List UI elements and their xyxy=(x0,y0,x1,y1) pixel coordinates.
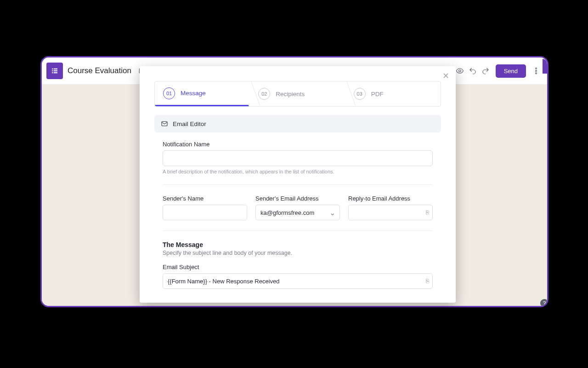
svg-rect-4 xyxy=(52,72,53,73)
more-icon[interactable] xyxy=(530,64,543,77)
step-message[interactable]: 01 Message xyxy=(155,81,250,106)
redo-icon[interactable] xyxy=(479,64,492,77)
wizard-steps: 01 Message 02 Recipients 03 PDF xyxy=(154,81,441,107)
sender-email-label: Sender's Email Address xyxy=(255,195,340,202)
svg-rect-5 xyxy=(54,72,57,73)
undo-icon[interactable] xyxy=(466,64,479,77)
sender-name-input[interactable] xyxy=(163,205,247,220)
step-pdf[interactable]: 03 PDF xyxy=(345,81,441,106)
svg-point-11 xyxy=(536,68,537,69)
document-title[interactable]: Course Evaluation xyxy=(68,66,131,75)
step-label: Recipients xyxy=(276,91,305,98)
message-heading: The Message xyxy=(163,241,433,248)
email-subject-input[interactable] xyxy=(163,273,433,289)
step-label: PDF xyxy=(371,91,384,98)
svg-point-13 xyxy=(536,73,537,74)
reply-to-label: Reply-to Email Address xyxy=(348,195,433,202)
notification-name-label: Notification Name xyxy=(163,141,433,148)
email-notification-modal: ✕ 01 Message 02 Recipients 03 PDF Email … xyxy=(140,66,456,303)
svg-rect-3 xyxy=(54,70,57,71)
send-button[interactable]: Send xyxy=(496,64,526,78)
step-recipients[interactable]: 02 Recipients xyxy=(250,81,345,106)
insert-field-icon[interactable]: ⎘ xyxy=(426,278,429,284)
sender-name-label: Sender's Name xyxy=(163,195,247,202)
step-number: 03 xyxy=(354,88,366,100)
svg-rect-0 xyxy=(52,69,53,69)
step-label: Message xyxy=(181,90,206,97)
insert-field-icon[interactable]: ⎘ xyxy=(426,209,429,216)
notification-name-help: A brief description of the notification,… xyxy=(163,169,433,174)
step-number: 01 xyxy=(163,87,175,99)
reply-to-input[interactable] xyxy=(348,205,433,220)
mail-icon xyxy=(161,120,168,127)
sender-email-select[interactable] xyxy=(255,205,340,220)
svg-rect-2 xyxy=(52,70,53,71)
form-area: Notification Name A brief description of… xyxy=(140,132,456,289)
notification-name-input[interactable] xyxy=(163,150,433,166)
close-icon[interactable]: ✕ xyxy=(442,71,449,81)
message-subheading: Specify the subject line and body of you… xyxy=(163,250,433,256)
section-header: Email Editor xyxy=(154,115,441,132)
divider xyxy=(163,230,433,231)
forms-logo[interactable] xyxy=(46,63,63,79)
side-accent xyxy=(543,59,547,74)
divider xyxy=(163,184,433,185)
help-badge[interactable]: ? xyxy=(540,299,548,307)
step-number: 02 xyxy=(258,88,270,100)
svg-rect-14 xyxy=(162,121,167,126)
svg-point-10 xyxy=(458,70,461,72)
svg-point-12 xyxy=(536,70,537,72)
section-title: Email Editor xyxy=(173,121,206,127)
svg-rect-1 xyxy=(54,69,57,69)
email-subject-label: Email Subject xyxy=(163,264,433,270)
